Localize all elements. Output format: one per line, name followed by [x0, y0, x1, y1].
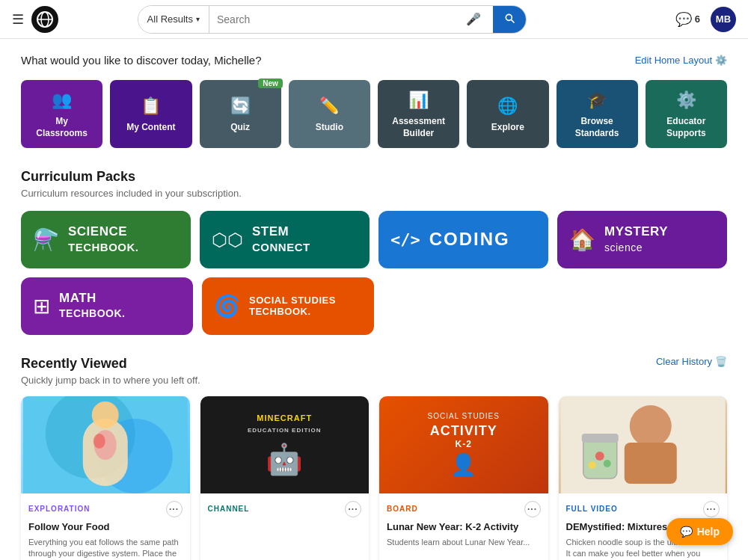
header-left: ☰ — [12, 6, 58, 33]
my-content-tile[interactable]: 📋 My Content — [110, 80, 191, 148]
classrooms-icon: 👥 — [52, 90, 72, 110]
microphone-icon[interactable]: 🎤 — [466, 12, 481, 26]
assessment-label: AssessmentBuilder — [392, 116, 445, 139]
search-button[interactable] — [493, 6, 526, 33]
minecraft-body: CHANNEL ··· — [200, 493, 370, 527]
messages-button[interactable]: 💬 6 — [675, 11, 700, 28]
quick-tiles-row: 👥 MyClassrooms 📋 My Content New 🔄 Quiz ✏… — [21, 80, 727, 148]
recently-viewed-subtitle: Quickly jump back in to where you left o… — [21, 375, 200, 386]
recently-viewed-header-left: Recently Viewed Quickly jump back in to … — [21, 356, 200, 386]
educator-label: EducatorSupports — [666, 116, 706, 139]
quiz-label: Quiz — [230, 122, 250, 134]
math-techbook-card[interactable]: ⊞ MATHTECHBOOK. — [21, 277, 193, 335]
recently-viewed-cards: EXPLORATION ··· Follow Your Food Everyth… — [21, 396, 727, 560]
help-button[interactable]: 💬 Help — [666, 518, 733, 545]
my-classrooms-tile[interactable]: 👥 MyClassrooms — [21, 80, 102, 148]
lunar-body: BOARD ··· Lunar New Year: K-2 Activity S… — [379, 493, 548, 554]
messages-icon: 💬 — [675, 11, 692, 28]
classrooms-label: MyClassrooms — [36, 116, 88, 139]
content-icon: 📋 — [141, 96, 161, 116]
quiz-icon: 🔄 — [230, 96, 251, 116]
filter-label: All Results — [147, 13, 193, 25]
new-badge: New — [258, 79, 283, 88]
minecraft-robot-icon: 🤖 — [248, 442, 322, 477]
recently-viewed-header: Recently Viewed Quickly jump back in to … — [21, 356, 727, 386]
coding-card[interactable]: </> CODING — [378, 211, 548, 268]
lunar-thumbnail: SOCIAL STUDIES ACTIVITY K-2 👤 — [379, 396, 548, 493]
lunar-grade-text: K-2 — [428, 439, 500, 449]
coding-icon: </> — [390, 230, 420, 249]
explore-icon: 🌐 — [497, 96, 518, 116]
recent-card-lunar-new-year[interactable]: SOCIAL STUDIES ACTIVITY K-2 👤 BOARD ··· … — [379, 396, 548, 560]
curriculum-grid-row2: ⊞ MATHTECHBOOK. 🌀 SOCIAL STUDIESTECHBOOK… — [21, 277, 727, 335]
educator-supports-tile[interactable]: ⚙️ EducatorSupports — [646, 80, 727, 148]
studio-tile[interactable]: ✏️ Studio — [289, 80, 370, 148]
minecraft-title-text: MINECRAFTEDUCATION EDITION — [248, 413, 322, 436]
mystery-science-card[interactable]: 🏠 MYSTERYscience — [557, 211, 727, 268]
svg-point-11 — [629, 405, 671, 447]
explore-label: Explore — [491, 122, 524, 134]
messages-count: 6 — [695, 13, 700, 25]
quiz-tile[interactable]: New 🔄 Quiz — [200, 80, 281, 148]
math-icon: ⊞ — [33, 294, 50, 319]
browse-standards-tile[interactable]: 🎓 BrowseStandards — [557, 80, 638, 148]
minecraft-tag-label: CHANNEL — [208, 505, 250, 513]
svg-point-17 — [603, 460, 610, 467]
follow-food-tag-label: EXPLORATION — [28, 505, 90, 513]
demystified-tag-label: FULL VIDEO — [566, 505, 618, 513]
follow-food-desc: Everything you eat follows the same path… — [28, 537, 183, 560]
mystery-icon: 🏠 — [569, 227, 595, 252]
svg-point-16 — [588, 461, 595, 469]
recently-viewed-section: Recently Viewed Quickly jump back in to … — [21, 356, 727, 560]
explore-tile[interactable]: 🌐 Explore — [467, 80, 548, 148]
main-content: What would you like to discover today, M… — [0, 39, 748, 560]
follow-food-more-button[interactable]: ··· — [166, 501, 183, 517]
demystified-more-button[interactable]: ··· — [703, 501, 720, 517]
follow-food-body: EXPLORATION ··· Follow Your Food Everyth… — [21, 493, 190, 560]
user-avatar[interactable]: MB — [711, 7, 736, 32]
minecraft-tag: CHANNEL ··· — [208, 501, 362, 517]
edit-home-layout-button[interactable]: Edit Home Layout ⚙️ — [635, 55, 727, 66]
search-input-wrap: 🎤 — [209, 12, 493, 26]
recent-card-minecraft[interactable]: MINECRAFTEDUCATION EDITION 🤖 CHANNEL ··· — [200, 396, 370, 560]
studio-icon: ✏️ — [319, 96, 340, 116]
curriculum-packs-title: Curriculum Packs — [21, 169, 727, 185]
clear-history-button[interactable]: Clear History 🗑️ — [656, 356, 727, 367]
lunar-title: Lunar New Year: K-2 Activity — [387, 521, 541, 534]
lunar-person-icon: 👤 — [428, 452, 500, 477]
svg-point-15 — [595, 452, 604, 461]
lunar-more-button[interactable]: ··· — [524, 501, 541, 517]
welcome-message: What would you like to discover today, M… — [21, 54, 262, 67]
recent-card-follow-your-food[interactable]: EXPLORATION ··· Follow Your Food Everyth… — [21, 396, 190, 560]
demystified-thumbnail — [559, 396, 728, 493]
math-label: MATHTECHBOOK. — [59, 291, 126, 321]
lunar-desc: Students learn about Lunar New Year... — [387, 537, 541, 548]
follow-food-thumbnail — [21, 396, 190, 493]
search-bar: All Results ▾ 🎤 — [138, 5, 527, 34]
stem-connect-card[interactable]: ⬡⬡ STEMCONNECT — [200, 211, 370, 268]
science-techbook-card[interactable]: ⚗️ SCIENCETECHBOOK. — [21, 211, 191, 268]
curriculum-empty-space — [383, 277, 727, 335]
follow-food-tag: EXPLORATION ··· — [28, 501, 183, 517]
assessment-icon: 📊 — [408, 90, 429, 110]
social-studies-techbook-card[interactable]: 🌀 SOCIAL STUDIESTECHBOOK. — [202, 277, 374, 335]
demystified-tag: FULL VIDEO ··· — [566, 501, 720, 517]
hamburger-icon[interactable]: ☰ — [12, 11, 24, 28]
lunar-tag: BOARD ··· — [387, 501, 541, 517]
search-input[interactable] — [217, 13, 466, 25]
assessment-builder-tile[interactable]: 📊 AssessmentBuilder — [378, 80, 459, 148]
minecraft-more-button[interactable]: ··· — [345, 501, 361, 517]
lunar-tag-label: BOARD — [387, 505, 418, 513]
search-filter-dropdown[interactable]: All Results ▾ — [138, 6, 209, 33]
science-label: SCIENCETECHBOOK. — [68, 224, 139, 255]
lunar-activity-text: ACTIVITY — [428, 423, 500, 439]
stem-icon: ⬡⬡ — [212, 230, 243, 250]
welcome-bar: What would you like to discover today, M… — [21, 54, 727, 67]
follow-food-title: Follow Your Food — [28, 521, 183, 534]
discovery-logo[interactable] — [31, 6, 58, 33]
header: ☰ All Results ▾ 🎤 💬 6 MB — [0, 0, 748, 39]
svg-point-9 — [94, 434, 105, 449]
recently-viewed-title: Recently Viewed — [21, 356, 200, 372]
standards-label: BrowseStandards — [575, 116, 619, 139]
educator-icon: ⚙️ — [676, 90, 696, 110]
